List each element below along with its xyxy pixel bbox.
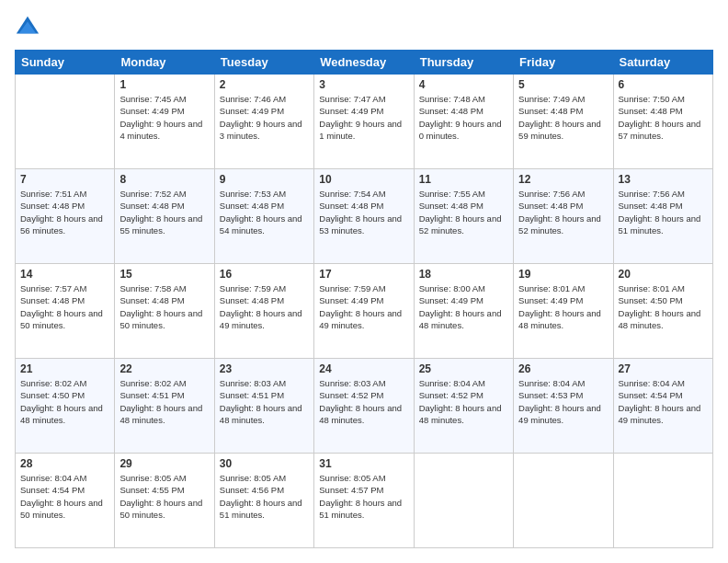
calendar-week-1: 1 Sunrise: 7:45 AM Sunset: 4:49 PM Dayli… bbox=[16, 75, 713, 169]
sunset-text: Sunset: 4:52 PM bbox=[419, 390, 483, 400]
sunset-text: Sunset: 4:56 PM bbox=[220, 485, 284, 495]
sunset-text: Sunset: 4:48 PM bbox=[220, 295, 284, 305]
day-info: Sunrise: 7:46 AM Sunset: 4:49 PM Dayligh… bbox=[220, 93, 309, 142]
calendar-cell: 11 Sunrise: 7:55 AM Sunset: 4:48 PM Dayl… bbox=[414, 169, 513, 264]
day-info: Sunrise: 8:00 AM Sunset: 4:49 PM Dayligh… bbox=[419, 282, 508, 331]
daylight-text: Daylight: 8 hours and 54 minutes. bbox=[220, 213, 302, 236]
calendar-cell: 10 Sunrise: 7:54 AM Sunset: 4:48 PM Dayl… bbox=[314, 169, 414, 264]
daylight-text: Daylight: 8 hours and 48 minutes. bbox=[220, 403, 302, 425]
day-info: Sunrise: 7:51 AM Sunset: 4:48 PM Dayligh… bbox=[20, 188, 109, 236]
daylight-text: Daylight: 8 hours and 48 minutes. bbox=[319, 403, 402, 425]
col-header-tuesday: Tuesday bbox=[214, 51, 313, 75]
sunrise-text: Sunrise: 8:02 AM bbox=[20, 378, 86, 388]
sunrise-text: Sunrise: 8:04 AM bbox=[419, 378, 485, 388]
sunset-text: Sunset: 4:57 PM bbox=[319, 485, 383, 495]
day-info: Sunrise: 8:02 AM Sunset: 4:50 PM Dayligh… bbox=[20, 377, 109, 426]
sunrise-text: Sunrise: 7:47 AM bbox=[319, 94, 385, 104]
day-number: 7 bbox=[20, 173, 109, 186]
sunset-text: Sunset: 4:48 PM bbox=[518, 201, 583, 211]
day-info: Sunrise: 8:01 AM Sunset: 4:49 PM Dayligh… bbox=[518, 282, 608, 331]
sunset-text: Sunset: 4:51 PM bbox=[220, 390, 284, 400]
day-number: 1 bbox=[119, 78, 209, 91]
day-info: Sunrise: 7:58 AM Sunset: 4:48 PM Dayligh… bbox=[119, 282, 209, 331]
day-number: 16 bbox=[220, 268, 309, 281]
sunset-text: Sunset: 4:49 PM bbox=[518, 295, 583, 305]
day-info: Sunrise: 8:03 AM Sunset: 4:52 PM Dayligh… bbox=[319, 377, 408, 426]
col-header-sunday: Sunday bbox=[16, 51, 115, 75]
col-header-monday: Monday bbox=[115, 51, 214, 75]
calendar-cell: 1 Sunrise: 7:45 AM Sunset: 4:49 PM Dayli… bbox=[115, 75, 214, 169]
daylight-text: Daylight: 8 hours and 57 minutes. bbox=[619, 119, 701, 141]
calendar-cell: 23 Sunrise: 8:03 AM Sunset: 4:51 PM Dayl… bbox=[214, 359, 313, 454]
calendar-cell: 18 Sunrise: 8:00 AM Sunset: 4:49 PM Dayl… bbox=[414, 264, 513, 359]
calendar-cell: 28 Sunrise: 8:04 AM Sunset: 4:54 PM Dayl… bbox=[16, 454, 115, 548]
calendar-cell bbox=[16, 75, 115, 169]
calendar-cell: 5 Sunrise: 7:49 AM Sunset: 4:48 PM Dayli… bbox=[514, 75, 613, 169]
sunrise-text: Sunrise: 8:01 AM bbox=[619, 283, 685, 293]
calendar-cell: 31 Sunrise: 8:05 AM Sunset: 4:57 PM Dayl… bbox=[314, 454, 414, 548]
day-info: Sunrise: 8:05 AM Sunset: 4:56 PM Dayligh… bbox=[220, 472, 309, 521]
day-info: Sunrise: 8:03 AM Sunset: 4:51 PM Dayligh… bbox=[220, 377, 309, 426]
daylight-text: Daylight: 8 hours and 48 minutes. bbox=[419, 403, 502, 425]
daylight-text: Daylight: 8 hours and 48 minutes. bbox=[619, 308, 701, 330]
day-number: 30 bbox=[220, 457, 309, 470]
day-number: 18 bbox=[419, 268, 508, 281]
col-header-friday: Friday bbox=[514, 51, 613, 75]
col-header-saturday: Saturday bbox=[613, 51, 712, 75]
page: SundayMondayTuesdayWednesdayThursdayFrid… bbox=[0, 0, 728, 563]
daylight-text: Daylight: 8 hours and 50 minutes. bbox=[119, 308, 202, 330]
sunset-text: Sunset: 4:55 PM bbox=[119, 485, 184, 495]
sunrise-text: Sunrise: 8:03 AM bbox=[319, 378, 385, 388]
calendar-cell: 2 Sunrise: 7:46 AM Sunset: 4:49 PM Dayli… bbox=[214, 75, 313, 169]
calendar-week-5: 28 Sunrise: 8:04 AM Sunset: 4:54 PM Dayl… bbox=[16, 454, 713, 548]
sunset-text: Sunset: 4:48 PM bbox=[619, 106, 683, 116]
sunrise-text: Sunrise: 7:45 AM bbox=[119, 94, 186, 104]
calendar-header-row: SundayMondayTuesdayWednesdayThursdayFrid… bbox=[16, 51, 713, 75]
sunrise-text: Sunrise: 7:52 AM bbox=[119, 189, 186, 199]
calendar-cell: 24 Sunrise: 8:03 AM Sunset: 4:52 PM Dayl… bbox=[314, 359, 414, 454]
calendar-cell: 7 Sunrise: 7:51 AM Sunset: 4:48 PM Dayli… bbox=[16, 169, 115, 264]
sunrise-text: Sunrise: 7:50 AM bbox=[619, 94, 685, 104]
sunset-text: Sunset: 4:54 PM bbox=[20, 485, 85, 495]
sunrise-text: Sunrise: 7:56 AM bbox=[619, 189, 685, 199]
daylight-text: Daylight: 8 hours and 48 minutes. bbox=[518, 308, 601, 330]
calendar-cell: 17 Sunrise: 7:59 AM Sunset: 4:49 PM Dayl… bbox=[314, 264, 414, 359]
calendar-cell: 21 Sunrise: 8:02 AM Sunset: 4:50 PM Dayl… bbox=[16, 359, 115, 454]
calendar-cell: 29 Sunrise: 8:05 AM Sunset: 4:55 PM Dayl… bbox=[115, 454, 214, 548]
day-info: Sunrise: 7:52 AM Sunset: 4:48 PM Dayligh… bbox=[119, 188, 209, 236]
calendar-cell bbox=[514, 454, 613, 548]
day-info: Sunrise: 8:01 AM Sunset: 4:50 PM Dayligh… bbox=[619, 282, 708, 331]
sunrise-text: Sunrise: 7:54 AM bbox=[319, 189, 385, 199]
sunset-text: Sunset: 4:52 PM bbox=[319, 390, 383, 400]
day-number: 5 bbox=[518, 78, 608, 91]
calendar-week-2: 7 Sunrise: 7:51 AM Sunset: 4:48 PM Dayli… bbox=[16, 169, 713, 264]
sunset-text: Sunset: 4:49 PM bbox=[319, 106, 383, 116]
day-info: Sunrise: 8:05 AM Sunset: 4:57 PM Dayligh… bbox=[319, 472, 408, 521]
day-number: 2 bbox=[220, 78, 309, 91]
col-header-wednesday: Wednesday bbox=[314, 51, 414, 75]
day-info: Sunrise: 7:55 AM Sunset: 4:48 PM Dayligh… bbox=[419, 188, 508, 236]
daylight-text: Daylight: 8 hours and 53 minutes. bbox=[319, 213, 402, 236]
sunset-text: Sunset: 4:50 PM bbox=[20, 390, 85, 400]
sunrise-text: Sunrise: 7:57 AM bbox=[20, 283, 86, 293]
day-number: 15 bbox=[119, 268, 209, 281]
sunrise-text: Sunrise: 7:51 AM bbox=[20, 189, 86, 199]
day-number: 28 bbox=[20, 457, 109, 470]
sunrise-text: Sunrise: 7:56 AM bbox=[518, 189, 585, 199]
daylight-text: Daylight: 8 hours and 52 minutes. bbox=[419, 213, 502, 236]
day-info: Sunrise: 7:47 AM Sunset: 4:49 PM Dayligh… bbox=[319, 93, 408, 142]
daylight-text: Daylight: 8 hours and 51 minutes. bbox=[319, 498, 402, 520]
day-info: Sunrise: 7:54 AM Sunset: 4:48 PM Dayligh… bbox=[319, 188, 408, 236]
day-info: Sunrise: 7:53 AM Sunset: 4:48 PM Dayligh… bbox=[220, 188, 309, 236]
day-info: Sunrise: 8:05 AM Sunset: 4:55 PM Dayligh… bbox=[119, 472, 209, 521]
day-info: Sunrise: 8:04 AM Sunset: 4:54 PM Dayligh… bbox=[20, 472, 109, 521]
day-number: 13 bbox=[619, 173, 708, 186]
day-number: 21 bbox=[20, 362, 109, 375]
sunrise-text: Sunrise: 8:04 AM bbox=[619, 378, 685, 388]
day-info: Sunrise: 7:48 AM Sunset: 4:48 PM Dayligh… bbox=[419, 93, 508, 142]
logo bbox=[15, 15, 44, 40]
sunrise-text: Sunrise: 8:03 AM bbox=[220, 378, 286, 388]
calendar-table: SundayMondayTuesdayWednesdayThursdayFrid… bbox=[15, 50, 713, 548]
day-number: 4 bbox=[419, 78, 508, 91]
sunrise-text: Sunrise: 7:55 AM bbox=[419, 189, 485, 199]
